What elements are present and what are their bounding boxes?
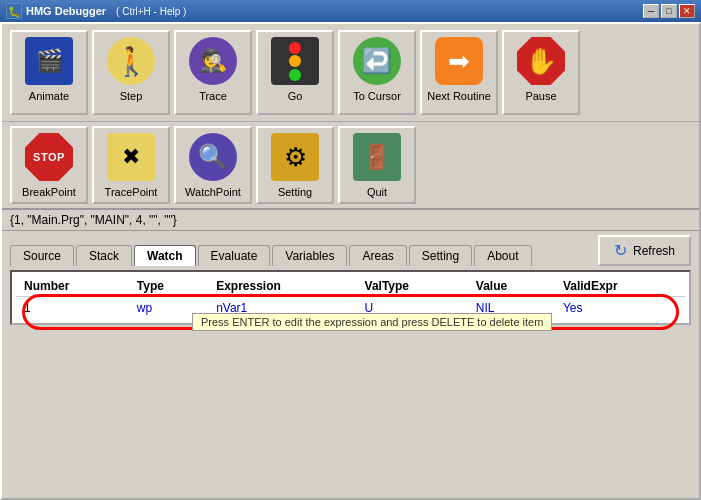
cell-number: 1 — [16, 297, 129, 320]
toolbar-2: STOP BreakPoint ✖ TracePoint 🔍 WatchPoin… — [2, 122, 699, 210]
refresh-label: Refresh — [633, 244, 675, 258]
tracepoint-button[interactable]: ✖ TracePoint — [92, 126, 170, 204]
tab-evaluate[interactable]: Evaluate — [198, 245, 271, 266]
tabs-row: Source Stack Watch Evaluate Variables Ar… — [2, 231, 699, 266]
window-title: HMG Debugger — [26, 5, 106, 17]
status-bar: {1, "Main.Prg", "MAIN", 4, "", ""} — [2, 210, 699, 231]
table-header-row: Number Type Expression ValType Value Val… — [16, 276, 685, 297]
pause-button[interactable]: ✋ Pause — [502, 30, 580, 115]
watchpoint-button[interactable]: 🔍 WatchPoint — [174, 126, 252, 204]
help-hint: ( Ctrl+H - Help ) — [116, 6, 186, 17]
refresh-icon: ↻ — [614, 241, 627, 260]
nextroutine-icon: ➡ — [435, 37, 483, 85]
col-expression: Expression — [208, 276, 356, 297]
watchpoint-icon: 🔍 — [189, 133, 237, 181]
quit-icon: 🚪 — [353, 133, 401, 181]
tocursor-button[interactable]: ↩️ To Cursor — [338, 30, 416, 115]
toolbar-1: 🎬 Animate 🚶 Step 🕵️ Trace — [2, 24, 699, 122]
status-text: {1, "Main.Prg", "MAIN", 4, "", ""} — [10, 213, 177, 227]
table-wrapper: Number Type Expression ValType Value Val… — [10, 270, 691, 325]
tracepoint-label: TracePoint — [105, 186, 158, 198]
col-number: Number — [16, 276, 129, 297]
maximize-button[interactable]: □ — [661, 4, 677, 18]
animate-label: Animate — [29, 90, 69, 102]
trace-label: Trace — [199, 90, 227, 102]
tab-watch[interactable]: Watch — [134, 245, 196, 266]
tooltip: Press ENTER to edit the expression and p… — [192, 313, 552, 331]
animate-button[interactable]: 🎬 Animate — [10, 30, 88, 115]
col-value: Value — [468, 276, 555, 297]
tab-stack[interactable]: Stack — [76, 245, 132, 266]
breakpoint-button[interactable]: STOP BreakPoint — [10, 126, 88, 204]
animate-icon: 🎬 — [25, 37, 73, 85]
go-button[interactable]: Go — [256, 30, 334, 115]
refresh-button[interactable]: ↻ Refresh — [598, 235, 691, 266]
col-type: Type — [129, 276, 208, 297]
setting-icon: ⚙ — [271, 133, 319, 181]
setting-label: Setting — [278, 186, 312, 198]
watchpoint-label: WatchPoint — [185, 186, 241, 198]
title-bar: 🐛 HMG Debugger ( Ctrl+H - Help ) ─ □ ✕ — [0, 0, 701, 22]
quit-label: Quit — [367, 186, 387, 198]
setting-button[interactable]: ⚙ Setting — [256, 126, 334, 204]
col-validexpr: ValidExpr — [555, 276, 685, 297]
breakpoint-label: BreakPoint — [22, 186, 76, 198]
tab-variables[interactable]: Variables — [272, 245, 347, 266]
main-window: 🎬 Animate 🚶 Step 🕵️ Trace — [0, 22, 701, 500]
cell-validexpr: Yes — [555, 297, 685, 320]
app-icon: 🐛 — [6, 3, 22, 19]
go-icon — [271, 37, 319, 85]
tab-source[interactable]: Source — [10, 245, 74, 266]
trace-icon: 🕵️ — [189, 37, 237, 85]
go-label: Go — [288, 90, 303, 102]
tracepoint-icon: ✖ — [107, 133, 155, 181]
step-button[interactable]: 🚶 Step — [92, 30, 170, 115]
col-valtype: ValType — [357, 276, 468, 297]
tab-areas[interactable]: Areas — [349, 245, 406, 266]
minimize-button[interactable]: ─ — [643, 4, 659, 18]
tab-about[interactable]: About — [474, 245, 531, 266]
breakpoint-icon: STOP — [25, 133, 73, 181]
step-icon: 🚶 — [107, 37, 155, 85]
quit-button[interactable]: 🚪 Quit — [338, 126, 416, 204]
close-button[interactable]: ✕ — [679, 4, 695, 18]
tocursor-icon: ↩️ — [353, 37, 401, 85]
step-label: Step — [120, 90, 143, 102]
pause-icon: ✋ — [517, 37, 565, 85]
nextroutine-label: Next Routine — [427, 90, 491, 102]
tab-setting[interactable]: Setting — [409, 245, 472, 266]
tocursor-label: To Cursor — [353, 90, 401, 102]
nextroutine-button[interactable]: ➡ Next Routine — [420, 30, 498, 115]
trace-button[interactable]: 🕵️ Trace — [174, 30, 252, 115]
pause-label: Pause — [525, 90, 556, 102]
